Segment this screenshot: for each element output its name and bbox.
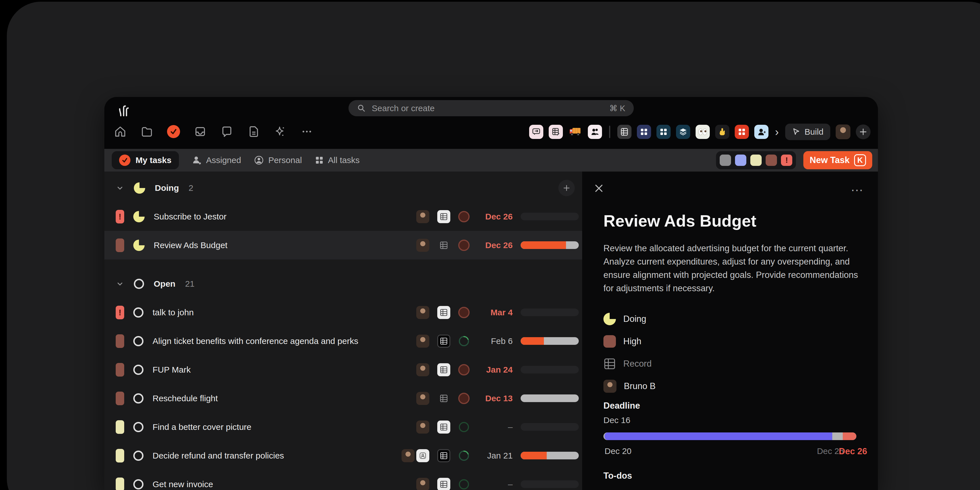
open-status-icon[interactable] [133,307,143,318]
status-property[interactable]: Doing [603,308,862,330]
due-date[interactable]: Jan 21 [477,451,513,460]
progress-bar[interactable] [520,423,579,431]
priority-high-badge[interactable] [116,334,124,348]
progress-ring[interactable] [458,450,469,461]
assignee-avatar[interactable] [401,449,415,462]
section-header-doing[interactable]: Doing 2 [104,174,582,202]
open-status-icon[interactable] [133,393,143,404]
priority-urgent-badge[interactable]: ! [116,210,124,223]
assignee-property[interactable]: Bruno B [603,375,862,397]
user-avatar[interactable] [836,124,850,139]
assignee-avatar[interactable] [416,306,429,319]
due-status-circle[interactable] [458,307,469,318]
more-icon[interactable] [300,125,313,138]
search-input[interactable]: Search or create ⌘ K [348,100,634,116]
deadline-slider[interactable] [603,433,856,440]
task-row[interactable]: Reschedule flight Dec 13 [104,384,582,413]
section-header-open[interactable]: Open 21 [104,270,582,298]
due-date[interactable]: Jan 24 [477,365,513,375]
task-row[interactable]: Decide refund and transfer policies [104,441,582,470]
due-date[interactable]: Dec 13 [477,394,513,403]
task-title[interactable]: Decide refund and transfer policies [153,451,393,460]
swatch-periwinkle[interactable] [735,154,746,166]
priority-urgent-badge[interactable]: ! [116,306,124,319]
record-table-icon[interactable] [437,239,450,252]
red-grid-app-icon[interactable] [735,125,749,139]
assignee-avatar[interactable] [416,335,429,348]
task-title[interactable]: Subscribe to Jestor [154,212,407,221]
assignee-avatar[interactable] [416,478,429,490]
priority-high-badge[interactable] [116,391,124,405]
open-status-icon[interactable] [133,422,143,432]
progress-ring[interactable] [458,422,469,433]
swatch-urgent[interactable]: ! [781,154,792,166]
add-view-button[interactable] [856,124,870,139]
progress-bar[interactable] [520,309,579,316]
home-icon[interactable] [113,125,127,138]
tab-my-tasks[interactable]: My tasks [112,151,179,169]
assignee-avatar[interactable] [416,392,429,405]
task-row[interactable]: ! Subscribe to Jestor Dec 26 [104,202,582,231]
tab-assigned[interactable]: Assigned [192,155,241,165]
progress-ring[interactable] [458,479,469,490]
task-title[interactable]: Get new invoice [153,479,407,489]
new-task-button[interactable]: New Task K [803,151,872,169]
priority-low-badge[interactable] [116,420,124,434]
tab-personal[interactable]: Personal [254,155,302,165]
task-title[interactable]: Find a better cover picture [153,422,407,432]
assignee-avatar[interactable] [416,363,429,376]
record-table-icon[interactable] [437,449,450,462]
priority-property[interactable]: High [603,330,862,352]
chat-icon[interactable] [220,125,234,138]
priority-high-badge[interactable] [116,239,124,252]
due-date[interactable]: Feb 6 [477,336,513,346]
due-date[interactable]: – [477,422,513,432]
finger-app-icon[interactable] [715,125,729,139]
record-table-icon[interactable] [437,210,450,223]
task-row[interactable]: Align ticket benefits with conference ag… [104,327,582,355]
add-task-button[interactable] [558,180,575,196]
progress-bar[interactable] [520,213,579,220]
chevron-down-icon[interactable] [116,184,124,192]
task-description[interactable]: Review the allocated advertising budget … [603,242,861,295]
task-title[interactable]: Reschedule flight [153,394,407,403]
priority-low-badge[interactable] [116,477,124,490]
doing-status-icon[interactable] [133,211,145,222]
record-table-app-icon[interactable] [617,125,632,139]
due-date[interactable]: Dec 26 [477,212,513,221]
truck-app-icon[interactable] [568,125,582,139]
swatch-gray[interactable] [720,154,731,166]
task-row[interactable]: FUP Mark Jan 24 [104,355,582,384]
swatch-brown[interactable] [765,154,777,166]
record-table-icon[interactable] [437,363,450,376]
task-title[interactable]: FUP Mark [153,365,407,375]
due-date[interactable]: Dec 26 [477,240,513,250]
due-date[interactable]: – [477,479,513,489]
progress-bar[interactable] [520,337,579,345]
record-table-icon[interactable] [437,335,450,348]
open-status-icon[interactable] [133,450,143,461]
open-status-icon[interactable] [133,365,143,375]
chevron-down-icon[interactable] [116,280,124,288]
swatch-yellow[interactable] [750,154,762,166]
task-title[interactable]: Review Ads Budget [154,240,407,250]
record-table-icon[interactable] [437,478,450,490]
due-date[interactable]: Mar 4 [477,308,513,317]
record-table-icon[interactable] [437,306,450,319]
record-table-icon[interactable] [437,420,450,434]
task-detail-title[interactable]: Review Ads Budget [603,211,862,230]
task-title[interactable]: Align ticket benefits with conference ag… [153,336,407,346]
close-icon[interactable] [593,183,604,194]
record-property[interactable]: Record [603,352,862,375]
progress-bar[interactable] [520,452,579,460]
progress-ring[interactable] [458,336,469,347]
icons-overflow-chevron[interactable]: › [774,126,780,138]
task-row[interactable]: Get new invoice – [104,470,582,490]
tasks-check-icon-active[interactable] [167,125,180,138]
due-status-circle[interactable] [458,364,469,375]
panel-more-icon[interactable]: … [850,180,865,193]
progress-bar[interactable] [520,395,579,402]
priority-low-badge[interactable] [116,449,124,463]
teal-grid-app-icon[interactable] [657,125,671,139]
document-icon[interactable] [247,125,260,138]
